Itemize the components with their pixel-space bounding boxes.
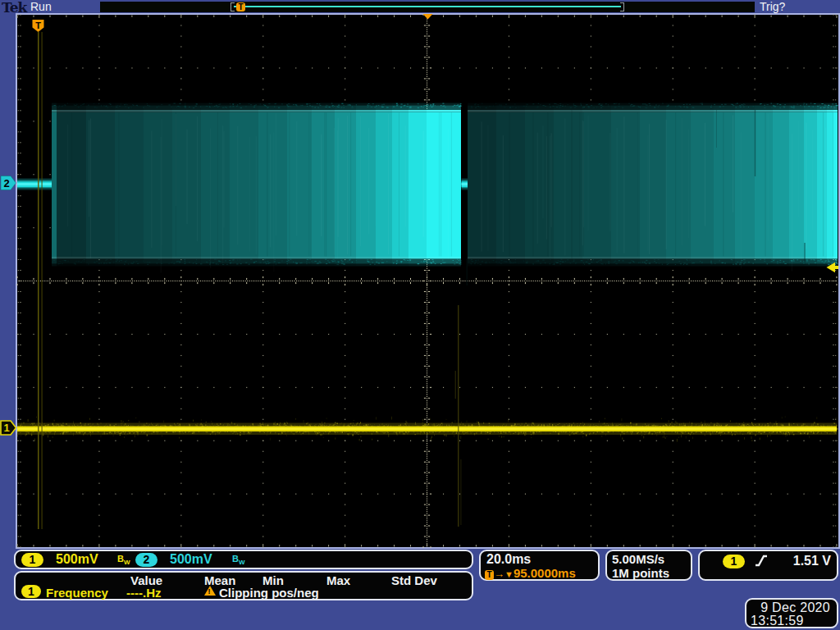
timebase-scale: 20.0ms [486, 552, 531, 567]
datetime-box: 9 Dec 2020 13:51:59 [745, 598, 838, 628]
trigger-source-badge: 1 [723, 555, 745, 568]
ch1-scale: 500mV [56, 552, 98, 567]
ch2-position-label: 2 [3, 177, 9, 189]
trigger-slope-icon [754, 554, 769, 568]
measurement-box[interactable]: Value Mean Min Max Std Dev 1 Frequency -… [14, 571, 473, 600]
oscilloscope-screen: Tek Run T Trig? T21 1 500mV BW 2 500mV B… [0, 0, 840, 630]
meas-value: ----.Hz [126, 586, 161, 600]
ch2-bandwidth-icon: BW [232, 554, 245, 566]
meas-header-stddev: Std Dev [391, 573, 437, 587]
ch2-scale: 500mV [170, 552, 212, 567]
acquisition-readout-box[interactable]: 5.00MS/s 1M points [605, 550, 692, 581]
warning-text: Clipping pos/neg [219, 586, 319, 600]
trigger-readout-box[interactable]: 1 1.51 V [698, 550, 838, 581]
channel-readout-box[interactable]: 1 500mV BW 2 500mV BW [14, 550, 473, 569]
delay-value: 95.0000ms [514, 566, 576, 580]
warning-icon: ! [204, 586, 216, 596]
meas-header-max: Max [326, 573, 350, 587]
ch2-trace [17, 103, 838, 286]
time-label: 13:51:59 [751, 614, 804, 628]
ch1-badge[interactable]: 1 [21, 553, 43, 567]
delay-expansion-icon: ▼ [504, 569, 514, 579]
trigger-position-flag-label: T [35, 21, 41, 30]
delay-arrow-icon: → [494, 568, 504, 580]
graticule-display: T21 [0, 0, 840, 630]
ch1-position-label: 1 [3, 422, 9, 434]
meas-source-badge: 1 [21, 585, 41, 598]
record-length: 1M points [612, 566, 669, 580]
horizontal-readout-box[interactable]: 20.0ms T→▼95.0000ms [479, 550, 600, 581]
meas-name: Frequency [46, 586, 108, 600]
delay-trigger-icon: T [485, 570, 494, 580]
ch1-bandwidth-icon: BW [117, 554, 130, 566]
trigger-level: 1.51 V [793, 554, 831, 568]
ch2-badge[interactable]: 2 [135, 553, 158, 567]
sample-rate: 5.00MS/s [612, 552, 664, 566]
